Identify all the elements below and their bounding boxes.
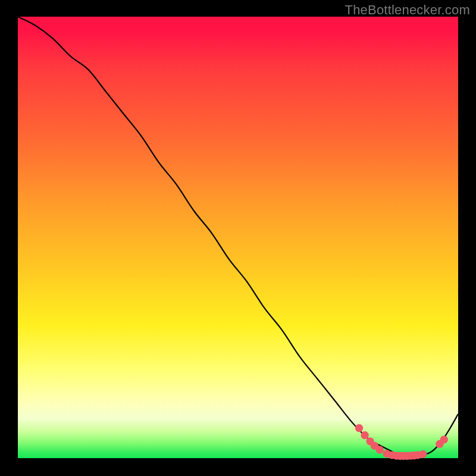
- curve-marker: [376, 446, 384, 453]
- curve-markers: [355, 424, 448, 460]
- curve-marker: [355, 424, 363, 432]
- curve-marker: [440, 436, 448, 443]
- curve-marker: [419, 450, 427, 458]
- bottleneck-curve: [18, 17, 458, 456]
- curve-layer: [18, 17, 458, 458]
- curve-marker: [361, 431, 368, 439]
- watermark-text: TheBottlenecker.com: [345, 2, 470, 18]
- plot-area: [18, 17, 458, 458]
- chart-container: TheBottlenecker.com: [0, 0, 476, 476]
